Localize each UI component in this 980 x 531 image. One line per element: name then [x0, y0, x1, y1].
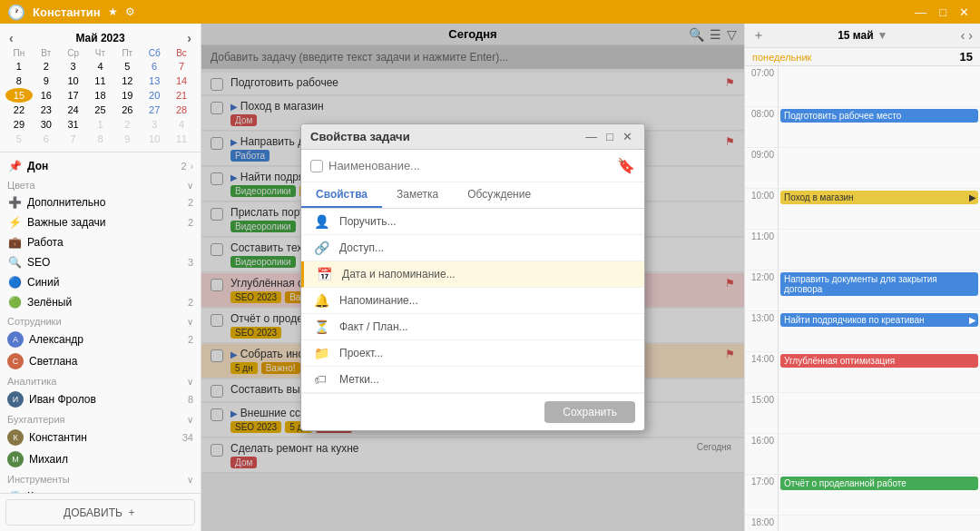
calendar-day[interactable]: 30 [33, 117, 60, 132]
calendar-day[interactable]: 6 [33, 132, 60, 146]
calendar-day[interactable]: 11 [168, 132, 195, 146]
dialog-task-checkbox[interactable] [310, 160, 323, 172]
calendar-day[interactable]: 13 [141, 74, 168, 88]
section-header-analytics[interactable]: Аналитика ∨ [0, 372, 201, 388]
dialog-name-input[interactable] [328, 159, 612, 172]
chevron-down-icon[interactable]: ▼ [877, 29, 888, 42]
calendar-day[interactable]: 3 [60, 59, 87, 74]
right-next-button[interactable]: › [968, 28, 973, 43]
dialog-row[interactable]: 👤Поручить... [301, 209, 644, 235]
calendar-day[interactable]: 7 [60, 132, 87, 146]
section-header-tools[interactable]: Инструменты ∨ [0, 470, 201, 487]
sidebar-item-contacts[interactable]: 📇 Контакты [0, 487, 201, 493]
calendar-day[interactable]: 12 [113, 74, 141, 88]
add-button[interactable]: ДОБАВИТЬ ＋ [5, 499, 195, 526]
calendar-day[interactable]: 19 [113, 88, 141, 103]
calendar-day[interactable]: 21 [168, 88, 195, 103]
maximize-button[interactable]: □ [936, 5, 950, 19]
calendar-event[interactable]: Найти подрядчиков по креативан▶ [780, 313, 978, 327]
save-button[interactable]: Сохранить [544, 401, 635, 423]
calendar-day[interactable]: 2 [113, 117, 141, 132]
sidebar-item-blue[interactable]: 🔵 Синий [0, 272, 201, 292]
calendar-day[interactable]: 6 [141, 59, 168, 74]
close-button[interactable]: ✕ [956, 5, 973, 19]
time-content[interactable] [778, 230, 980, 270]
dialog-row[interactable]: 🏷Метки... [301, 367, 644, 393]
time-content[interactable] [778, 66, 980, 106]
dialog-close-button[interactable]: ✕ [620, 130, 635, 143]
minimize-button[interactable]: — [911, 5, 930, 19]
calendar-event[interactable]: Поход в магазин▶ [780, 191, 978, 204]
calendar-day[interactable]: 9 [113, 132, 141, 146]
dialog-row[interactable]: 📅Дата и напоминание... [301, 261, 644, 288]
calendar-day[interactable]: 8 [5, 74, 33, 88]
time-content[interactable] [778, 434, 980, 474]
calendar-day[interactable]: 2 [33, 59, 60, 74]
calendar-day[interactable]: 9 [33, 74, 60, 88]
cal-next-button[interactable]: › [187, 31, 191, 45]
dialog-row[interactable]: 📁Проект... [301, 340, 644, 367]
calendar-day[interactable]: 1 [87, 117, 114, 132]
calendar-day[interactable]: 16 [33, 88, 60, 103]
settings-icon[interactable]: ⚙ [125, 5, 135, 18]
calendar-event[interactable]: Направить документы для закрытия договор… [780, 272, 978, 296]
sidebar-item-mikhail[interactable]: М Михаил [0, 448, 201, 470]
dialog-minimize-button[interactable]: — [583, 130, 600, 143]
calendar-day[interactable]: 17 [60, 88, 87, 103]
calendar-day[interactable]: 27 [141, 103, 168, 117]
tab-note[interactable]: Заметка [382, 182, 453, 208]
section-header-employees[interactable]: Сотрудники ∨ [0, 312, 201, 329]
dialog-row[interactable]: 🔔Напоминание... [301, 288, 644, 314]
sidebar-item-konstantin[interactable]: К Константин 34 [0, 427, 201, 448]
calendar-event[interactable]: Подготовить рабочее место [780, 109, 978, 123]
calendar-day[interactable]: 3 [141, 117, 168, 132]
sidebar-item-alexander[interactable]: А Александр 2 [0, 329, 201, 350]
calendar-day[interactable]: 18 [87, 88, 114, 103]
calendar-day[interactable]: 28 [168, 103, 195, 117]
sidebar-item-work[interactable]: 💼 Работа [0, 232, 201, 252]
time-content[interactable]: Подготовить рабочее место [778, 107, 980, 147]
right-prev-button[interactable]: ‹ [961, 28, 965, 43]
time-content[interactable] [778, 148, 980, 188]
calendar-day[interactable]: 5 [113, 59, 141, 74]
calendar-day[interactable]: 4 [87, 59, 114, 74]
section-header-accounting[interactable]: Бухгалтерия ∨ [0, 410, 201, 427]
dialog-maximize-button[interactable]: □ [603, 130, 616, 143]
sidebar-item-extra[interactable]: ➕ Дополнительно 2 [0, 192, 201, 212]
cal-prev-button[interactable]: ‹ [9, 31, 14, 45]
time-content[interactable]: Отчёт о проделанной работе [778, 475, 980, 515]
time-content[interactable]: Углублённая оптимизация [778, 352, 980, 392]
calendar-day[interactable]: 7 [168, 59, 195, 74]
calendar-day[interactable]: 24 [60, 103, 87, 117]
calendar-day[interactable]: 20 [141, 88, 168, 103]
right-add-button[interactable]: ＋ [752, 27, 765, 44]
time-content[interactable]: Направить документы для закрытия договор… [778, 270, 980, 310]
calendar-day[interactable]: 15 [5, 88, 33, 103]
calendar-day[interactable]: 29 [5, 117, 33, 132]
calendar-day[interactable]: 10 [60, 74, 87, 88]
time-content[interactable]: Найти подрядчиков по креативан▶ [778, 311, 980, 351]
calendar-day[interactable]: 11 [87, 74, 114, 88]
calendar-day[interactable]: 25 [87, 103, 114, 117]
calendar-event[interactable]: Углублённая оптимизация [780, 354, 978, 368]
calendar-day[interactable]: 10 [141, 132, 168, 146]
calendar-event[interactable]: Отчёт о проделанной работе [780, 477, 978, 490]
calendar-day[interactable]: 1 [5, 59, 33, 74]
calendar-day[interactable]: 5 [5, 132, 33, 146]
tab-discussion[interactable]: Обсуждение [453, 182, 545, 208]
calendar-day[interactable]: 4 [168, 117, 195, 132]
calendar-day[interactable]: 14 [168, 74, 195, 88]
time-content[interactable]: Поход в магазин▶ [778, 189, 980, 229]
sidebar-item-green[interactable]: 🟢 Зелёный 2 [0, 292, 201, 312]
calendar-day[interactable]: 26 [113, 103, 141, 117]
dialog-row[interactable]: 🔗Доступ... [301, 235, 644, 261]
sidebar-item-don[interactable]: 📌 Дон 2 › [0, 156, 201, 176]
calendar-day[interactable]: 22 [5, 103, 33, 117]
time-content[interactable] [778, 516, 980, 531]
dialog-row[interactable]: ⏳Факт / План... [301, 314, 644, 340]
sidebar-item-ivan[interactable]: И Иван Фролов 8 [0, 388, 201, 410]
section-header-colors[interactable]: Цвета ∨ [0, 176, 201, 192]
calendar-day[interactable]: 31 [60, 117, 87, 132]
time-content[interactable] [778, 393, 980, 433]
sidebar-item-important[interactable]: ⚡ Важные задачи 2 [0, 212, 201, 232]
